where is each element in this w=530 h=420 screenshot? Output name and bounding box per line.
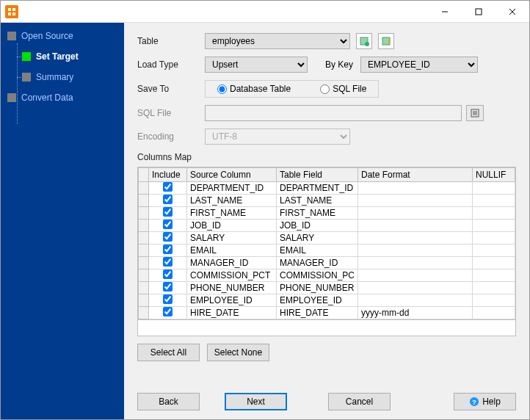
table-row[interactable]: LAST_NAMELAST_NAME [139,195,515,207]
include-cell[interactable] [149,282,187,294]
include-checkbox[interactable] [163,195,173,204]
datefmt-cell[interactable] [358,220,473,232]
include-checkbox[interactable] [163,220,173,229]
include-cell[interactable] [149,232,187,245]
include-checkbox[interactable] [163,294,173,304]
grid-header-nullif[interactable]: NULLIF [473,168,515,182]
maximize-button[interactable] [462,1,495,23]
include-cell[interactable] [149,195,187,207]
table-row[interactable]: JOB_IDJOB_ID [139,220,515,232]
sidebar-item-open-source[interactable]: Open Source [1,29,124,43]
source-cell[interactable]: FIRST_NAME [187,207,277,220]
cancel-button[interactable]: Cancel [328,393,391,410]
include-cell[interactable] [149,307,187,319]
grid-header-include[interactable]: Include [149,168,187,182]
nullif-cell[interactable] [473,257,515,269]
source-cell[interactable]: JOB_ID [187,220,277,232]
datefmt-cell[interactable] [358,182,473,195]
bykey-select[interactable]: EMPLOYEE_ID [360,57,478,73]
field-cell[interactable]: EMAIL [277,245,358,257]
sidebar-item-set-target[interactable]: Set Target [1,49,124,64]
row-header[interactable] [139,195,149,207]
table-row[interactable]: PHONE_NUMBERPHONE_NUMBER [139,282,515,294]
source-cell[interactable]: EMPLOYEE_ID [187,294,277,307]
source-cell[interactable]: DEPARTMENT_ID [187,182,277,195]
nullif-cell[interactable] [473,307,515,319]
row-header[interactable] [139,207,149,220]
row-header[interactable] [139,232,149,245]
table-row[interactable]: DEPARTMENT_IDDEPARTMENT_ID [139,182,515,195]
close-button[interactable] [495,1,529,23]
minimize-button[interactable] [428,1,462,23]
nullif-cell[interactable] [473,195,515,207]
include-cell[interactable] [149,207,187,220]
grid-header-field[interactable]: Table Field [277,168,358,182]
source-cell[interactable]: SALARY [187,232,277,245]
help-button[interactable]: ? Help [454,393,516,410]
field-cell[interactable]: MANAGER_ID [277,257,358,269]
table-row[interactable]: EMAILEMAIL [139,245,515,257]
field-cell[interactable]: LAST_NAME [277,195,358,207]
source-cell[interactable]: COMMISSION_PCT [187,269,277,282]
row-header[interactable] [139,282,149,294]
row-header[interactable] [139,269,149,282]
datefmt-cell[interactable] [358,245,473,257]
refresh-table-icon[interactable] [356,33,372,49]
datefmt-cell[interactable] [358,195,473,207]
nullif-cell[interactable] [473,182,515,195]
field-cell[interactable]: HIRE_DATE [277,307,358,319]
include-checkbox[interactable] [163,245,173,254]
include-checkbox[interactable] [163,207,173,217]
table-row[interactable]: SALARYSALARY [139,232,515,245]
include-cell[interactable] [149,220,187,232]
select-none-button[interactable]: Select None [207,344,269,361]
include-cell[interactable] [149,294,187,307]
datefmt-cell[interactable] [358,294,473,307]
browse-sqlfile-button[interactable] [466,105,484,121]
datefmt-cell[interactable] [358,269,473,282]
datefmt-cell[interactable] [358,232,473,245]
field-cell[interactable]: FIRST_NAME [277,207,358,220]
datefmt-cell[interactable] [358,282,473,294]
datefmt-cell[interactable]: yyyy-mm-dd [358,307,473,319]
table-row[interactable]: EMPLOYEE_IDEMPLOYEE_ID [139,294,515,307]
nullif-cell[interactable] [473,282,515,294]
nullif-cell[interactable] [473,220,515,232]
row-header[interactable] [139,294,149,307]
source-cell[interactable]: HIRE_DATE [187,307,277,319]
next-button[interactable]: Next [225,393,287,410]
columns-grid[interactable]: Include Source Column Table Field Date F… [137,167,516,320]
saveto-db-radio[interactable]: Database Table [217,84,291,94]
field-cell[interactable]: JOB_ID [277,220,358,232]
row-header[interactable] [139,182,149,195]
new-table-icon[interactable] [378,33,394,49]
field-cell[interactable]: SALARY [277,232,358,245]
nullif-cell[interactable] [473,232,515,245]
grid-header-source[interactable]: Source Column [187,168,277,182]
include-checkbox[interactable] [163,182,173,192]
include-checkbox[interactable] [163,269,173,279]
grid-header-datefmt[interactable]: Date Format [358,168,473,182]
source-cell[interactable]: LAST_NAME [187,195,277,207]
include-cell[interactable] [149,269,187,282]
field-cell[interactable]: EMPLOYEE_ID [277,294,358,307]
row-header[interactable] [139,307,149,319]
include-checkbox[interactable] [163,257,173,267]
row-header[interactable] [139,220,149,232]
include-checkbox[interactable] [163,307,173,316]
nullif-cell[interactable] [473,294,515,307]
table-row[interactable]: MANAGER_IDMANAGER_ID [139,257,515,269]
field-cell[interactable]: COMMISSION_PC [277,269,358,282]
include-cell[interactable] [149,182,187,195]
source-cell[interactable]: PHONE_NUMBER [187,282,277,294]
field-cell[interactable]: PHONE_NUMBER [277,282,358,294]
row-header[interactable] [139,257,149,269]
source-cell[interactable]: MANAGER_ID [187,257,277,269]
select-all-button[interactable]: Select All [137,344,200,361]
include-checkbox[interactable] [163,232,173,242]
include-cell[interactable] [149,245,187,257]
source-cell[interactable]: EMAIL [187,245,277,257]
saveto-sql-radio[interactable]: SQL File [320,84,366,94]
table-select[interactable]: employees [205,33,350,49]
nullif-cell[interactable] [473,245,515,257]
